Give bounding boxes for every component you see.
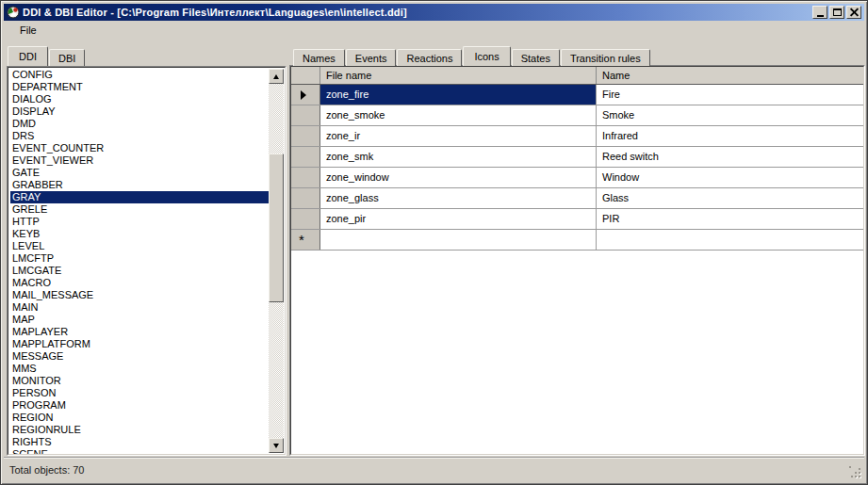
new-row-asterisk-icon: * — [299, 231, 304, 250]
list-item[interactable]: MAIL_MESSAGE — [10, 289, 269, 301]
grid-new-row[interactable]: * — [291, 230, 863, 251]
scrollbar-thumb[interactable] — [269, 154, 284, 302]
left-panel-tab[interactable]: DDI — [8, 46, 48, 66]
icons-grid-inner: File name Name zone_fire Fire zone_smoke… — [290, 66, 864, 455]
menu-bar: File — [4, 21, 864, 40]
object-listbox: CONFIG DEPARTMENT DIALOG DISPLAY DMD DRS… — [7, 66, 287, 456]
list-item[interactable]: EVENT_COUNTER — [10, 142, 269, 154]
row-selector[interactable] — [291, 126, 320, 146]
left-panel-tab[interactable]: DBI — [49, 49, 85, 66]
scroll-up-button[interactable] — [269, 69, 284, 84]
cell-name[interactable]: Fire — [597, 85, 863, 105]
list-scrollbar[interactable] — [269, 69, 284, 453]
cell-name[interactable]: Window — [597, 168, 863, 187]
cell-name[interactable]: Glass — [597, 188, 863, 208]
grid-row[interactable]: zone_glass Glass — [291, 188, 863, 209]
maximize-icon — [833, 8, 842, 16]
list-item[interactable]: LMCGATE — [10, 265, 269, 277]
list-item[interactable]: LMCFTP — [10, 252, 269, 265]
grid-rows: zone_fire Fire zone_smoke Smoke zone_ir … — [291, 85, 863, 230]
list-item[interactable]: DISPLAY — [10, 105, 269, 118]
column-header-file-name[interactable]: File name — [320, 67, 597, 84]
close-icon — [850, 8, 859, 17]
grid-row[interactable]: zone_smoke Smoke — [291, 105, 863, 126]
grid-row[interactable]: zone_window Window — [291, 168, 863, 188]
list-item[interactable]: KEYB — [10, 228, 269, 240]
menu-file[interactable]: File — [13, 23, 43, 38]
left-tabstrip: DDI DBI — [8, 46, 86, 66]
cell-file-name[interactable]: zone_window — [320, 168, 597, 187]
list-item[interactable]: EVENT_VIEWER — [10, 154, 269, 167]
right-panel-tab[interactable]: Names — [293, 49, 345, 66]
list-item[interactable]: CONFIG — [10, 69, 269, 81]
row-selector[interactable] — [291, 188, 320, 208]
list-item[interactable]: GRAY — [10, 191, 269, 203]
maximize-button[interactable] — [829, 6, 844, 19]
row-selector[interactable] — [291, 209, 320, 229]
list-item[interactable]: MMS — [10, 363, 269, 375]
new-cell-file-name[interactable] — [320, 230, 597, 250]
cell-name[interactable]: PIR — [597, 209, 863, 229]
right-tabstrip: Names Events Reactions Icons States Tran… — [293, 46, 651, 66]
grid-header: File name Name — [291, 67, 863, 85]
row-selector[interactable] — [291, 85, 320, 105]
list-item[interactable]: REGIONRULE — [10, 424, 269, 436]
list-item[interactable]: MAIN — [10, 301, 269, 314]
list-item[interactable]: REGION — [10, 412, 269, 424]
app-window: DDI & DBI Editor - [C:\Program Files\Инт… — [0, 0, 868, 485]
right-panel-tab[interactable]: Reactions — [397, 49, 462, 66]
list-item[interactable]: GRELE — [10, 203, 269, 216]
grid-row[interactable]: zone_smk Reed switch — [291, 147, 863, 168]
list-item[interactable]: MESSAGE — [10, 350, 269, 363]
list-item[interactable]: LEVEL — [10, 240, 269, 252]
cell-name[interactable]: Infrared — [597, 126, 863, 146]
list-item[interactable]: RIGHTS — [10, 436, 269, 448]
list-item[interactable]: HTTP — [10, 216, 269, 228]
current-row-arrow-icon — [301, 90, 306, 100]
grid-header-selector — [291, 67, 320, 84]
list-item[interactable]: DRS — [10, 130, 269, 142]
list-item[interactable]: DMD — [10, 118, 269, 130]
list-item[interactable]: GRABBER — [10, 179, 269, 191]
list-item[interactable]: MONITOR — [10, 375, 269, 387]
list-item[interactable]: SCENE — [10, 448, 269, 454]
cell-name[interactable]: Smoke — [597, 105, 863, 125]
right-panel-tab[interactable]: Icons — [463, 46, 510, 66]
scroll-up-icon — [273, 74, 279, 79]
list-item[interactable]: MAPLAYER — [10, 326, 269, 338]
cell-file-name[interactable]: zone_pir — [320, 209, 597, 229]
cell-file-name[interactable]: zone_smoke — [320, 105, 597, 125]
cell-file-name[interactable]: zone_glass — [320, 188, 597, 208]
list-item[interactable]: MACRO — [10, 277, 269, 289]
scroll-down-button[interactable] — [269, 438, 284, 453]
minimize-icon — [817, 15, 824, 17]
new-cell-name[interactable] — [597, 230, 863, 250]
list-item[interactable]: PERSON — [10, 387, 269, 399]
row-selector[interactable] — [291, 147, 320, 167]
object-listbox-inner: CONFIG DEPARTMENT DIALOG DISPLAY DMD DRS… — [8, 67, 286, 455]
column-header-name[interactable]: Name — [597, 67, 863, 84]
cell-name[interactable]: Reed switch — [597, 147, 863, 167]
right-panel-tab[interactable]: Events — [346, 49, 397, 66]
minimize-button[interactable] — [812, 6, 827, 19]
grid-row[interactable]: zone_pir PIR — [291, 209, 863, 230]
list-item[interactable]: GATE — [10, 167, 269, 179]
cell-file-name[interactable]: zone_fire — [320, 85, 597, 105]
right-panel-tab[interactable]: States — [512, 49, 560, 66]
icons-grid: File name Name zone_fire Fire zone_smoke… — [289, 65, 865, 456]
new-row-selector[interactable]: * — [291, 230, 320, 250]
list-item[interactable]: MAPPLATFORM — [10, 338, 269, 350]
cell-file-name[interactable]: zone_ir — [320, 126, 597, 146]
list-item[interactable]: DIALOG — [10, 93, 269, 105]
list-item[interactable]: DEPARTMENT — [10, 81, 269, 93]
cell-file-name[interactable]: zone_smk — [320, 147, 597, 167]
grid-row[interactable]: zone_fire Fire — [291, 85, 863, 105]
row-selector[interactable] — [291, 168, 320, 187]
row-selector[interactable] — [291, 105, 320, 125]
list-item[interactable]: MAP — [10, 314, 269, 326]
right-panel-tab[interactable]: Transition rules — [561, 49, 650, 66]
list-item[interactable]: PROGRAM — [10, 399, 269, 412]
resize-grip[interactable] — [849, 466, 861, 478]
grid-row[interactable]: zone_ir Infrared — [291, 126, 863, 147]
close-button[interactable] — [846, 6, 861, 19]
